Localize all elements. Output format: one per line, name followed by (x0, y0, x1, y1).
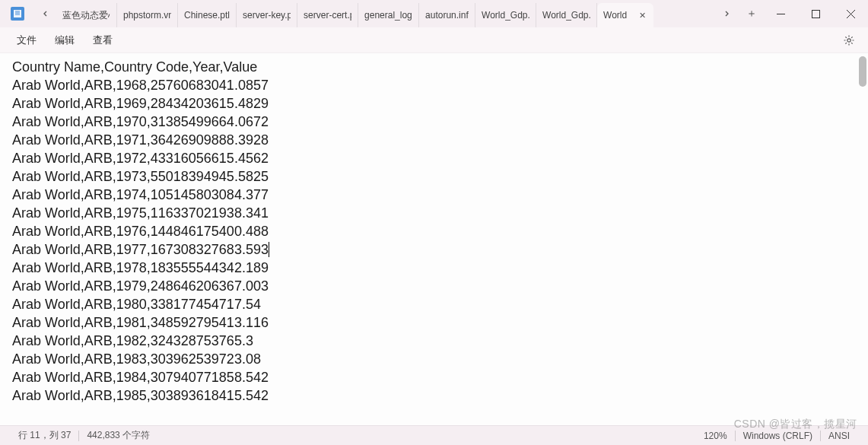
tab-item[interactable]: server-key.p (237, 3, 297, 27)
tab-item[interactable]: World_Gdp.c (536, 3, 597, 27)
gear-icon (843, 34, 855, 46)
new-tab-button[interactable]: ＋ (740, 2, 763, 25)
close-window-button[interactable] (833, 0, 868, 27)
cursor-position[interactable]: 行 11，列 37 (11, 429, 78, 442)
tab-item[interactable]: general_log. (358, 3, 419, 27)
app-icon (11, 7, 24, 21)
menu-view[interactable]: 查看 (84, 30, 122, 50)
tab-item[interactable]: phpstorm.vn (117, 3, 178, 27)
close-icon[interactable]: ✕ (637, 10, 647, 21)
menu-file[interactable]: 文件 (8, 30, 46, 50)
line-ending[interactable]: Windows (CRLF) (736, 431, 820, 441)
statusbar: 行 11，列 37 442,833 个字符 120% Windows (CRLF… (0, 425, 868, 445)
tab-item[interactable]: server-cert.p (297, 3, 358, 27)
menubar: 文件 编辑 查看 (0, 27, 868, 53)
tab-scroll-left-button[interactable] (35, 3, 56, 24)
vertical-scrollbar[interactable] (859, 56, 866, 87)
char-count[interactable]: 442,833 个字符 (79, 429, 157, 442)
tab-item-active[interactable]: World ✕ (597, 3, 653, 27)
tab-item[interactable]: World_Gdp.c (475, 3, 536, 27)
editor-area: Country Name,Country Code,Year,ValueArab… (0, 53, 868, 425)
svg-point-8 (847, 38, 851, 41)
tab-item[interactable]: autorun.inf (419, 3, 475, 27)
text-content[interactable]: Country Name,Country Code,Year,ValueArab… (0, 53, 868, 425)
settings-button[interactable] (838, 29, 860, 52)
maximize-button[interactable] (798, 0, 833, 27)
window: 蓝色动态爱心 phpstorm.vn Chinese.ptl server-ke… (0, 0, 868, 445)
zoom-level[interactable]: 120% (696, 431, 735, 441)
tab-item[interactable]: Chinese.ptl (178, 3, 237, 27)
titlebar: 蓝色动态爱心 phpstorm.vn Chinese.ptl server-ke… (0, 0, 868, 27)
svg-rect-5 (812, 10, 819, 17)
menu-edit[interactable]: 编辑 (46, 30, 84, 50)
tab-label: World (603, 10, 634, 21)
tab-strip: 蓝色动态爱心 phpstorm.vn Chinese.ptl server-ke… (56, 0, 716, 27)
encoding[interactable]: ANSI (821, 431, 857, 441)
window-controls (763, 0, 868, 27)
minimize-button[interactable] (763, 0, 798, 27)
tab-scroll-right-button[interactable] (716, 3, 737, 24)
tab-item[interactable]: 蓝色动态爱心 (56, 3, 117, 27)
